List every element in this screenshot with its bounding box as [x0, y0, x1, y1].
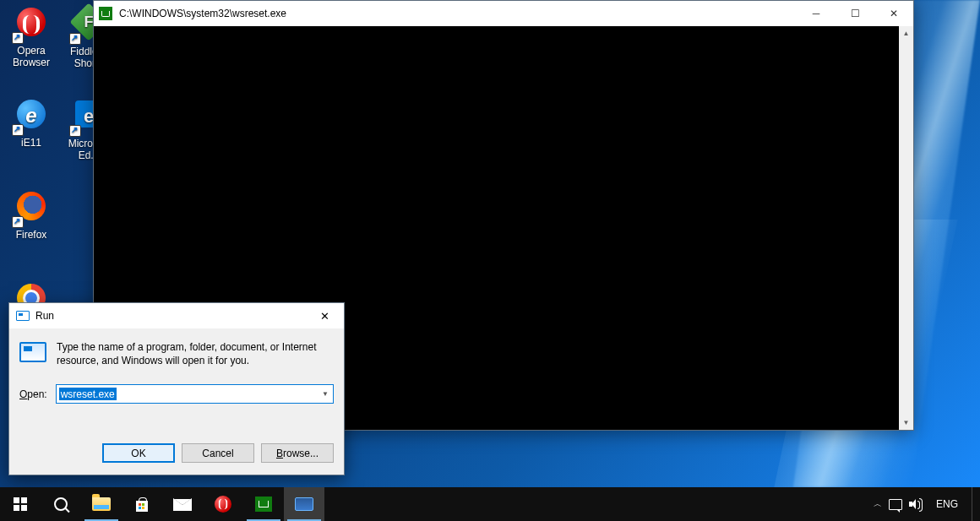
tray-overflow-button[interactable]: ︿: [874, 498, 882, 510]
scroll-track[interactable]: [899, 41, 913, 415]
run-icon: [295, 497, 313, 511]
desktop-icon-ie11[interactable]: iE11: [2, 97, 61, 149]
search-icon: [54, 497, 68, 511]
windows-icon: [14, 497, 27, 511]
icon-label: Firefox: [2, 229, 61, 241]
open-value-selected: wsreset.exe: [59, 388, 117, 400]
language-indicator[interactable]: ENG: [929, 498, 965, 510]
window-title: Run: [35, 310, 54, 322]
taskbar-run[interactable]: [284, 487, 324, 521]
open-label: Open:: [19, 388, 47, 400]
taskbar-store-app[interactable]: [243, 487, 284, 521]
titlebar[interactable]: Run ✕: [9, 303, 344, 328]
mail-icon: [173, 498, 192, 511]
open-combobox[interactable]: wsreset.exe ▼: [56, 384, 334, 404]
ok-button[interactable]: OK: [102, 443, 175, 463]
taskbar-store[interactable]: [122, 487, 162, 521]
icon-label: iE11: [2, 137, 61, 149]
store-icon: [134, 497, 150, 512]
run-icon: [16, 311, 30, 321]
taskbar-opera[interactable]: [203, 487, 243, 521]
run-description: Type the name of a program, folder, docu…: [57, 340, 334, 367]
window-title: C:\WINDOWS\system32\wsreset.exe: [119, 8, 286, 19]
vertical-scrollbar[interactable]: ▲ ▼: [899, 26, 913, 430]
maximize-button[interactable]: ☐: [836, 1, 874, 26]
titlebar[interactable]: C:\WINDOWS\system32\wsreset.exe ─ ☐ ✕: [94, 1, 913, 26]
desktop-icon-opera[interactable]: Opera Browser: [2, 5, 61, 68]
icon-label: Opera Browser: [2, 45, 61, 68]
volume-icon[interactable]: [909, 498, 923, 510]
show-desktop-button[interactable]: [972, 487, 977, 521]
taskbar-mail[interactable]: [162, 487, 203, 521]
browse-button[interactable]: Browse...: [261, 443, 334, 463]
desktop-icon-firefox[interactable]: Firefox: [2, 189, 61, 241]
minimize-button[interactable]: ─: [797, 1, 836, 26]
opera-icon: [215, 496, 231, 513]
close-button[interactable]: ✕: [312, 303, 337, 328]
run-icon: [19, 342, 46, 362]
close-button[interactable]: ✕: [874, 1, 913, 26]
taskbar-explorer[interactable]: [81, 487, 122, 521]
scroll-down-button[interactable]: ▼: [899, 415, 913, 430]
run-dialog[interactable]: Run ✕ Type the name of a program, folder…: [8, 302, 345, 475]
search-button[interactable]: [41, 487, 81, 521]
explorer-icon: [92, 497, 111, 511]
store-icon: [99, 7, 112, 20]
start-button[interactable]: [0, 487, 41, 521]
cancel-button[interactable]: Cancel: [182, 443, 254, 463]
taskbar[interactable]: ︿ ENG: [0, 487, 980, 521]
action-center-icon[interactable]: [889, 499, 902, 510]
system-tray[interactable]: ︿ ENG: [874, 487, 980, 521]
dropdown-button[interactable]: ▼: [318, 385, 333, 403]
scroll-up-button[interactable]: ▲: [899, 26, 913, 41]
store-icon: [255, 497, 272, 512]
